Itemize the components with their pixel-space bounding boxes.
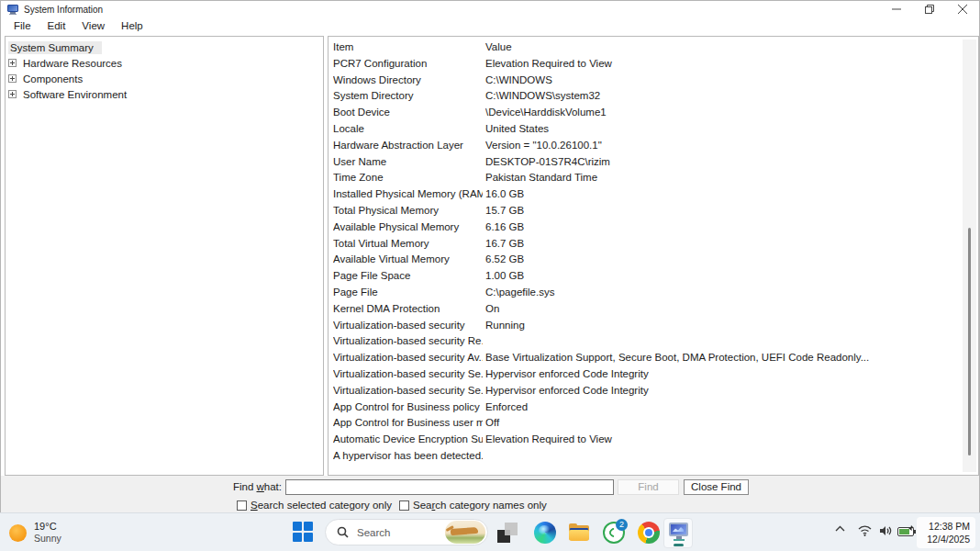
vertical-scrollbar[interactable] bbox=[963, 39, 976, 472]
find-bar: Find what: Find Close Find Search select… bbox=[1, 476, 979, 512]
table-row[interactable]: Boot Device \Device\HarddiskVolume1 bbox=[329, 105, 978, 121]
running-app-indicator bbox=[674, 544, 684, 546]
value-cell: United States bbox=[485, 121, 956, 138]
tree-item[interactable]: Hardware Resources bbox=[6, 55, 323, 71]
search-placeholder: Search bbox=[357, 527, 445, 538]
table-row[interactable]: Installed Physical Memory (RAM) 16.0 GB bbox=[329, 186, 978, 203]
value-cell: 6.52 GB bbox=[485, 252, 956, 268]
tree-item[interactable]: Software Environment bbox=[6, 86, 323, 102]
tray-chevron-up-icon[interactable] bbox=[835, 525, 845, 533]
value-cell: C:\WINDOWS bbox=[485, 73, 956, 89]
menu-view[interactable]: View bbox=[73, 17, 113, 34]
menu-file[interactable]: File bbox=[6, 17, 39, 34]
table-row[interactable]: Total Virtual Memory 16.7 GB bbox=[329, 236, 978, 253]
table-row[interactable]: Kernel DMA Protection On bbox=[329, 301, 978, 318]
weather-widget[interactable]: 19°C Sunny bbox=[9, 517, 61, 548]
value-cell: Hypervisor enforced Code Integrity bbox=[485, 366, 956, 383]
column-header-value[interactable]: Value bbox=[485, 39, 956, 56]
item-cell: User Name bbox=[333, 154, 483, 171]
table-row[interactable]: App Control for Business policy Enforced bbox=[329, 399, 978, 416]
table-row[interactable]: A hypervisor has been detected.... bbox=[329, 448, 978, 465]
item-cell: App Control for Business user m... bbox=[333, 415, 483, 432]
table-row[interactable]: User Name DESKTOP-01S7R4C\rizim bbox=[329, 154, 978, 171]
table-row[interactable]: System Directory C:\WINDOWS\system32 bbox=[329, 88, 978, 105]
value-cell: Pakistan Standard Time bbox=[485, 170, 956, 186]
restore-button[interactable] bbox=[913, 1, 946, 17]
snipping-tool-icon[interactable] bbox=[496, 522, 518, 544]
menu-edit[interactable]: Edit bbox=[39, 17, 74, 34]
item-cell: Time Zone bbox=[333, 170, 483, 186]
clock-date: 12/4/2025 bbox=[917, 533, 970, 545]
title-bar[interactable]: System Information bbox=[1, 1, 979, 17]
weather-temperature: 19°C bbox=[34, 521, 61, 533]
tree-item[interactable]: Components bbox=[6, 71, 323, 86]
find-button[interactable]: Find bbox=[618, 479, 679, 495]
table-row[interactable]: Total Physical Memory 15.7 GB bbox=[329, 203, 978, 219]
table-row[interactable]: Virtualization-based security Se... Hype… bbox=[329, 366, 978, 383]
value-cell: \Device\HarddiskVolume1 bbox=[485, 105, 956, 121]
value-cell: C:\pagefile.sys bbox=[485, 285, 956, 301]
table-row[interactable]: Page File C:\pagefile.sys bbox=[329, 285, 978, 301]
scrollbar-thumb[interactable] bbox=[968, 228, 971, 455]
tree-item[interactable]: System Summary bbox=[6, 39, 323, 55]
item-cell: Total Physical Memory bbox=[333, 203, 483, 219]
expand-plus-icon[interactable] bbox=[8, 90, 17, 98]
search-highlight-image[interactable] bbox=[445, 521, 485, 544]
tree: System Summary Hardware Resources Compon… bbox=[6, 39, 323, 102]
whatsapp-icon[interactable]: 2 bbox=[603, 522, 625, 544]
edge-browser-icon[interactable] bbox=[534, 522, 556, 544]
value-cell: 16.7 GB bbox=[485, 236, 956, 253]
tree-item-label: Hardware Resources bbox=[20, 57, 125, 70]
table-row[interactable]: Page File Space 1.00 GB bbox=[329, 268, 978, 285]
find-input[interactable] bbox=[285, 479, 614, 495]
column-header-item[interactable]: Item bbox=[333, 39, 483, 56]
value-cell: Hypervisor enforced Code Integrity bbox=[485, 383, 956, 399]
search-category-names-label: Search category names only bbox=[413, 500, 547, 511]
expand-plus-icon[interactable] bbox=[8, 74, 17, 83]
chrome-icon[interactable] bbox=[638, 522, 660, 544]
file-explorer-icon[interactable] bbox=[568, 522, 590, 544]
table-row[interactable]: Available Virtual Memory 6.52 GB bbox=[329, 252, 978, 268]
close-find-button[interactable]: Close Find bbox=[684, 479, 749, 495]
table-row[interactable]: Available Physical Memory 6.16 GB bbox=[329, 219, 978, 236]
menu-help[interactable]: Help bbox=[113, 17, 151, 34]
clock-widget[interactable]: 12:38 PM 12/4/2025 bbox=[917, 517, 975, 548]
value-cell: Elevation Required to View bbox=[485, 432, 956, 448]
wifi-icon[interactable] bbox=[858, 525, 872, 536]
value-cell: Elevation Required to View bbox=[485, 56, 956, 73]
table-row[interactable]: Virtualization-based security Av... Base… bbox=[329, 350, 978, 366]
item-cell: Virtualization-based security bbox=[333, 318, 483, 334]
start-button[interactable] bbox=[293, 522, 314, 543]
table-row[interactable]: PCR7 Configuration Elevation Required to… bbox=[329, 56, 978, 73]
item-cell: System Directory bbox=[333, 88, 483, 105]
table-row[interactable]: Virtualization-based security Re... bbox=[329, 333, 978, 350]
system-information-taskbar-button[interactable] bbox=[663, 518, 693, 548]
tree-item-label: Components bbox=[20, 73, 85, 85]
details-panel: Item Value PCR7 Configuration Elevation … bbox=[328, 36, 979, 476]
table-row[interactable]: Locale United States bbox=[329, 121, 978, 138]
taskbar-search-box[interactable]: Search bbox=[325, 519, 488, 545]
table-row[interactable]: Hardware Abstraction Layer Version = "10… bbox=[329, 138, 978, 154]
table-row[interactable]: Virtualization-based security Se... Hype… bbox=[329, 383, 978, 399]
value-cell: Off bbox=[485, 415, 956, 432]
windows-logo-icon bbox=[293, 522, 302, 531]
details-list: PCR7 Configuration Elevation Required to… bbox=[329, 56, 978, 465]
item-cell: Boot Device bbox=[333, 105, 483, 121]
item-cell: Available Virtual Memory bbox=[333, 252, 483, 268]
search-category-names-checkbox[interactable] bbox=[399, 500, 409, 511]
close-button[interactable] bbox=[946, 1, 979, 17]
table-row[interactable]: App Control for Business user m... Off bbox=[329, 415, 978, 432]
battery-icon[interactable] bbox=[897, 527, 914, 536]
value-cell: 15.7 GB bbox=[485, 203, 956, 219]
item-cell: A hypervisor has been detected.... bbox=[333, 448, 483, 465]
item-cell: Page File Space bbox=[333, 268, 483, 285]
msinfo-window-icon bbox=[7, 5, 18, 15]
minimize-button[interactable] bbox=[880, 1, 913, 17]
search-selected-category-checkbox[interactable] bbox=[237, 500, 247, 511]
table-row[interactable]: Windows Directory C:\WINDOWS bbox=[329, 73, 978, 89]
volume-icon[interactable] bbox=[879, 525, 892, 536]
table-row[interactable]: Automatic Device Encryption Su... Elevat… bbox=[329, 432, 978, 448]
table-row[interactable]: Time Zone Pakistan Standard Time bbox=[329, 170, 978, 186]
table-row[interactable]: Virtualization-based security Running bbox=[329, 318, 978, 334]
expand-plus-icon[interactable] bbox=[8, 59, 17, 67]
